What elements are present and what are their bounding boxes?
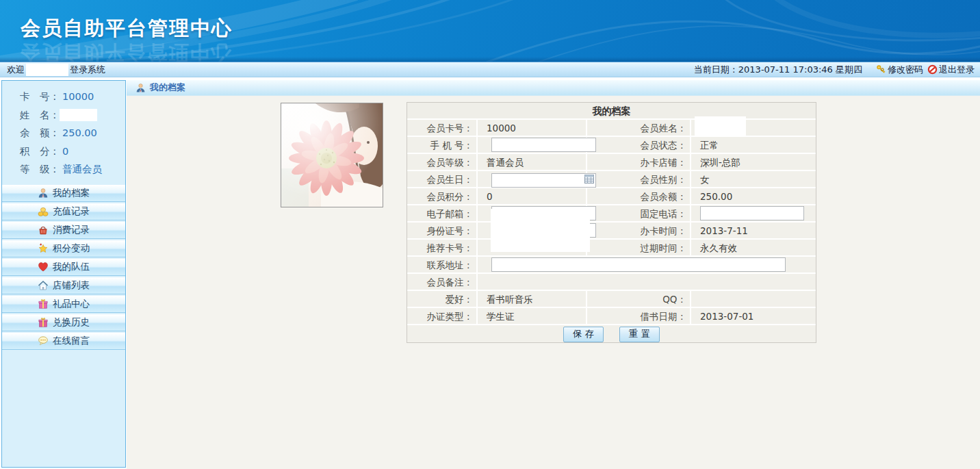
sidebar-item-shop-list[interactable]: 店铺列表	[2, 277, 125, 294]
save-button[interactable]: 保 存	[563, 327, 604, 342]
sidebar-menu: 我的档案 充值记录 消费记录	[2, 185, 125, 350]
change-password-link[interactable]: 修改密码	[876, 64, 923, 76]
info-card-no: 卡 号：10000	[20, 88, 125, 106]
field-label: 会员状态：	[587, 137, 691, 154]
field-label: 推荐卡号：	[407, 240, 478, 257]
coins-icon	[38, 206, 49, 217]
field-label: 会员积分：	[407, 188, 478, 205]
menu-label: 我的档案	[53, 187, 90, 199]
calendar-icon[interactable]	[584, 175, 594, 183]
field-label: 会员余额：	[587, 188, 691, 205]
sidebar-item-online-message[interactable]: 在线留言	[2, 333, 125, 350]
birthday-input[interactable]	[491, 173, 596, 188]
app-title-reflection: 会员自助平台管理中心	[21, 38, 233, 62]
field-label: 会员生日：	[407, 171, 478, 188]
expire-value: 永久有效	[691, 240, 816, 257]
address-cell	[478, 257, 816, 274]
logout-link[interactable]: 退出登录	[927, 64, 975, 76]
menu-label: 兑换历史	[53, 316, 90, 329]
field-label: 过期时间：	[587, 240, 691, 257]
menu-label: 充值记录	[53, 205, 90, 218]
form-row-buttons: 保 存 重 置	[407, 325, 816, 342]
mobile-input[interactable]	[491, 138, 596, 152]
menu-label: 店铺列表	[53, 279, 90, 292]
remark-value	[478, 274, 816, 291]
field-label: 身份证号：	[407, 223, 478, 240]
gift-history-icon	[38, 317, 49, 328]
info-points: 积 分：0	[20, 142, 125, 161]
mobile-cell	[478, 137, 587, 154]
home-icon	[38, 280, 49, 291]
info-name: 姓 名：	[20, 106, 125, 125]
sidebar-item-exchange-history[interactable]: 兑换历史	[2, 314, 125, 331]
welcome-prefix: 欢迎	[7, 64, 25, 76]
content-area: 我的档案	[127, 80, 980, 469]
current-datetime: 当前日期：2013-07-11 17:03:46 星期四	[694, 64, 862, 76]
phone-input[interactable]	[700, 206, 804, 220]
menu-label: 消费记录	[53, 224, 90, 236]
field-label: 爱好：	[407, 291, 478, 308]
points-value: 0	[478, 188, 587, 205]
form-row-cardno-name: 会员卡号： 10000 会员姓名：	[407, 120, 816, 137]
hobby-value: 看书听音乐	[478, 291, 587, 308]
status-value: 正常	[691, 137, 816, 154]
gender-value: 女	[691, 171, 816, 188]
field-label: 会员等级：	[407, 154, 478, 171]
form-row-birthday-gender: 会员生日： 会员性别： 女	[407, 171, 816, 188]
field-label: 办卡时间：	[587, 223, 691, 240]
censored-member-name	[60, 109, 97, 121]
field-label: 借书日期：	[587, 308, 691, 325]
field-label: 会员备注：	[407, 274, 478, 291]
sidebar-item-my-team[interactable]: 我的队伍	[2, 259, 125, 276]
field-label: 会员卡号：	[407, 120, 478, 137]
member-photo	[281, 103, 383, 207]
field-label: 联系地址：	[407, 257, 478, 274]
profile-form: 我的档案 会员卡号： 10000 会员姓名： 手 机 号： 会员状态： 正常 会…	[407, 102, 816, 343]
app-header: 会员自助平台管理中心 会员自助平台管理中心	[0, 0, 980, 62]
qq-value	[691, 291, 816, 308]
reset-button[interactable]: 重 置	[619, 327, 660, 342]
breadcrumb-label: 我的档案	[150, 81, 185, 94]
menu-label: 积分变动	[53, 242, 90, 255]
card-date-value: 2013-7-11	[691, 223, 816, 240]
field-label: 办卡店铺：	[587, 154, 691, 171]
welcome-suffix: 登录系统	[70, 64, 105, 76]
form-row-email-phone: 电子邮箱： 固定电话：	[407, 205, 816, 223]
field-label: 会员姓名：	[587, 120, 691, 137]
user-icon	[38, 188, 49, 199]
field-label: 电子邮箱：	[407, 205, 478, 223]
sidebar-item-gift-center[interactable]: 礼品中心	[2, 296, 125, 313]
censored-member-name-region	[695, 116, 746, 136]
sidebar-item-recharge-records[interactable]: 充值记录	[2, 203, 125, 220]
star-medal-icon	[38, 243, 49, 254]
cert-type-value: 学生证	[478, 308, 587, 325]
menu-label: 我的队伍	[53, 261, 90, 273]
form-row-points-balance: 会员积分： 0 会员余额： 250.00	[407, 188, 816, 205]
birthday-cell	[478, 171, 587, 188]
form-row-remark: 会员备注：	[407, 274, 816, 291]
gift-icon	[38, 299, 49, 309]
info-level: 等 级：普通会员	[20, 160, 125, 179]
sidebar: 卡 号：10000 姓 名： 余 额：250.00 积 分：0 等 级：普通会员…	[1, 80, 126, 468]
topbar: 欢迎 登录系统 当前日期：2013-07-11 17:03:46 星期四 修改密…	[0, 62, 980, 77]
censored-username	[26, 64, 68, 76]
form-row-certtype-borrowdate: 办证类型： 学生证 借书日期： 2013-07-01	[407, 308, 816, 325]
logout-block-icon	[927, 64, 938, 75]
info-balance: 余 额：250.00	[20, 124, 125, 142]
heart-icon	[38, 262, 49, 272]
field-label: 固定电话：	[587, 205, 691, 223]
member-info-panel: 卡 号：10000 姓 名： 余 额：250.00 积 分：0 等 级：普通会员	[2, 81, 125, 183]
sidebar-item-points-changes[interactable]: 积分变动	[2, 240, 125, 257]
form-row-hobby-qq: 爱好： 看书听音乐 QQ：	[407, 291, 816, 308]
address-input[interactable]	[491, 257, 786, 272]
basket-icon	[38, 225, 49, 236]
field-label: QQ：	[587, 291, 691, 308]
sidebar-item-my-profile[interactable]: 我的档案	[2, 185, 125, 202]
card-no-value: 10000	[478, 120, 587, 137]
censored-email-id-region	[491, 209, 590, 252]
form-row-id-carddate: 身份证号： 办卡时间： 2013-7-11	[407, 223, 816, 240]
breadcrumb: 我的档案	[127, 80, 980, 96]
sidebar-item-consumption-records[interactable]: 消费记录	[2, 222, 125, 239]
field-label: 手 机 号：	[407, 137, 478, 154]
form-title: 我的档案	[407, 103, 816, 120]
